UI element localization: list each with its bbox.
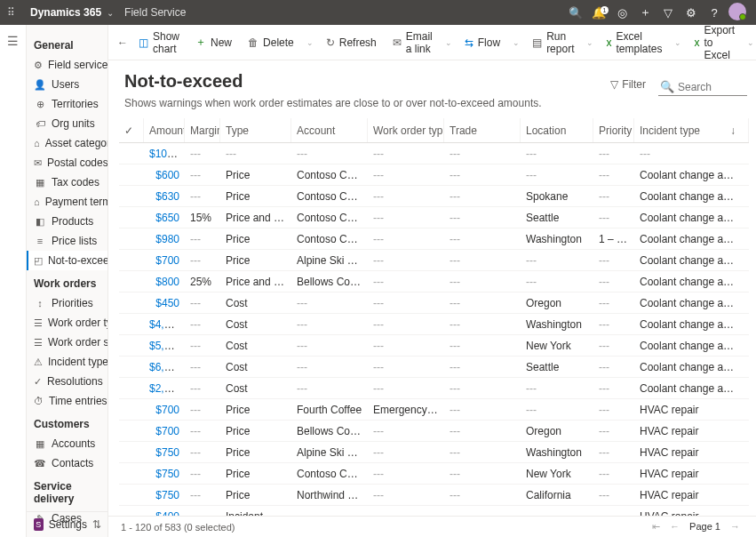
sidebar-item[interactable]: ⌂Payment terms bbox=[27, 192, 107, 212]
cell[interactable]: $650 bbox=[144, 212, 185, 224]
table-row[interactable]: $65015%Price and cost mar...Contoso Corp… bbox=[119, 207, 749, 228]
table-row[interactable]: $750---PriceNorthwind Traders------Calif… bbox=[119, 485, 749, 506]
table-row[interactable]: $750---PriceAlpine Ski House------Washin… bbox=[119, 442, 749, 463]
sidebar-item[interactable]: 🏷Org units bbox=[27, 114, 107, 133]
delete-button[interactable]: 🗑Delete bbox=[241, 33, 301, 52]
sidebar-item[interactable]: ◧Products bbox=[27, 212, 107, 231]
table-row[interactable]: $2,500---Cost---------------Coolant chan… bbox=[119, 378, 749, 399]
sidebar-item[interactable]: ▦Accounts bbox=[27, 434, 107, 453]
excel-templates-button[interactable]: xExcel templates bbox=[599, 27, 669, 59]
table-row[interactable]: $6,000---Cost---------Seattle---Coolant … bbox=[119, 357, 749, 378]
email-chevron-icon[interactable]: ⌄ bbox=[442, 38, 456, 47]
sidebar-item[interactable]: 👤Users bbox=[27, 75, 107, 94]
cell[interactable]: $10,000 bbox=[144, 148, 185, 160]
filter-button[interactable]: ▽Filter bbox=[610, 78, 646, 91]
delete-chevron-icon[interactable]: ⌄ bbox=[303, 38, 317, 47]
flow-button[interactable]: ⇆Flow bbox=[458, 33, 507, 52]
sidebar-item[interactable]: ▦Tax codes bbox=[27, 172, 107, 192]
export-excel-button[interactable]: xExport to Excel bbox=[687, 25, 742, 65]
sidebar-item[interactable]: ⌂Asset categories bbox=[27, 133, 107, 153]
table-row[interactable]: $80025%Price and cost mar...Bellows Coll… bbox=[119, 271, 749, 293]
cell[interactable]: $700 bbox=[144, 254, 185, 267]
refresh-button[interactable]: ↻Refresh bbox=[319, 33, 384, 52]
filter-icon[interactable]: ▽ bbox=[657, 6, 680, 20]
cell[interactable]: $750 bbox=[144, 446, 185, 459]
sidebar-item[interactable]: ☎Contacts bbox=[27, 453, 107, 473]
cell[interactable]: $980 bbox=[144, 233, 185, 245]
brand-label[interactable]: Dynamics 365 bbox=[30, 6, 101, 19]
cell[interactable]: $750 bbox=[144, 468, 185, 480]
target-icon[interactable]: ◎ bbox=[610, 6, 633, 20]
table-row[interactable]: $400---Incident---------------HVAC repai… bbox=[119, 506, 749, 516]
sidebar-item[interactable]: ☰Work order substatu... bbox=[27, 333, 107, 352]
col-work-order-type[interactable]: Work order type bbox=[368, 118, 444, 142]
cell[interactable]: $700 bbox=[144, 425, 185, 437]
col-account[interactable]: Account bbox=[291, 118, 368, 142]
report-chevron-icon[interactable]: ⌄ bbox=[583, 38, 597, 47]
table-row[interactable]: $450---Cost---------Oregon---Coolant cha… bbox=[119, 293, 749, 314]
new-button[interactable]: ＋New bbox=[188, 31, 239, 53]
run-report-button[interactable]: ▤Run report bbox=[525, 27, 581, 59]
email-link-button[interactable]: ✉Email a link bbox=[386, 27, 440, 59]
cell[interactable]: $450 bbox=[144, 297, 185, 309]
cell[interactable]: $630 bbox=[144, 190, 185, 203]
sidebar-item[interactable]: ⏱Time entries bbox=[27, 391, 107, 411]
back-button[interactable]: ← bbox=[117, 36, 128, 49]
table-row[interactable]: $750---PriceContoso Corp.------New York-… bbox=[119, 463, 749, 485]
search-box[interactable]: 🔍 bbox=[658, 78, 747, 96]
sidebar-item[interactable]: ↕Priorities bbox=[27, 293, 107, 313]
add-icon[interactable]: ＋ bbox=[633, 4, 657, 20]
first-page-icon[interactable]: ⇤ bbox=[652, 521, 660, 532]
user-avatar[interactable] bbox=[726, 3, 749, 23]
table-row[interactable]: $700---PriceFourth CoffeeEmergency repai… bbox=[119, 399, 749, 421]
col-priority[interactable]: Priority bbox=[593, 118, 634, 142]
cell[interactable]: $800 bbox=[144, 276, 185, 288]
col-amount[interactable]: Amount bbox=[144, 118, 185, 142]
table-row[interactable]: $980---PriceContoso Corp.------Washingto… bbox=[119, 228, 749, 250]
table-row[interactable]: $10,000------------------------ bbox=[119, 143, 749, 164]
col-incident-type[interactable]: Incident type↓ bbox=[634, 118, 749, 142]
table-row[interactable]: $700---PriceBellows College------Oregon-… bbox=[119, 421, 749, 442]
table-row[interactable]: $4,000---Cost---------Washington---Coola… bbox=[119, 314, 749, 335]
cell[interactable]: $700 bbox=[144, 404, 185, 416]
sidebar-item[interactable]: ≡Price lists bbox=[27, 231, 107, 251]
app-launcher-icon[interactable]: ⠿ bbox=[7, 6, 23, 19]
sidebar-item[interactable]: ⚙Field service settings bbox=[27, 55, 107, 75]
next-page-icon[interactable]: → bbox=[730, 521, 740, 532]
cell[interactable]: $600 bbox=[144, 169, 185, 181]
flow-chevron-icon[interactable]: ⌄ bbox=[509, 38, 523, 47]
col-trade[interactable]: Trade bbox=[444, 118, 521, 142]
templates-chevron-icon[interactable]: ⌄ bbox=[671, 38, 685, 47]
gear-icon[interactable]: ⚙ bbox=[680, 6, 703, 20]
cell[interactable]: $5,000 bbox=[144, 340, 185, 352]
cell[interactable]: $4,000 bbox=[144, 318, 185, 331]
app-name[interactable]: Field Service bbox=[124, 6, 186, 19]
sidebar-item[interactable]: ⚠Incident types bbox=[27, 352, 107, 372]
table-row[interactable]: $630---PriceContoso Corp.------Spokane--… bbox=[119, 186, 749, 207]
bell-icon[interactable]: 🔔1 bbox=[587, 6, 610, 20]
table-row[interactable]: $5,000---Cost---------New York---Coolant… bbox=[119, 335, 749, 357]
table-row[interactable]: $700---PriceAlpine Ski House------------… bbox=[119, 250, 749, 271]
cell[interactable]: $2,500 bbox=[144, 382, 185, 395]
col-margin[interactable]: Margin bbox=[185, 118, 220, 142]
sidebar-settings[interactable]: S Settings ⇅ bbox=[27, 512, 108, 537]
col-type[interactable]: Type bbox=[220, 118, 291, 142]
help-icon[interactable]: ? bbox=[703, 6, 726, 20]
pager[interactable]: ⇤ ← Page 1 → bbox=[649, 521, 744, 533]
table-row[interactable]: $600---PriceContoso Corp.------------Coo… bbox=[119, 164, 749, 186]
cell[interactable]: $750 bbox=[144, 489, 185, 501]
export-chevron-icon[interactable]: ⌄ bbox=[744, 38, 756, 47]
cell[interactable]: $6,000 bbox=[144, 361, 185, 373]
show-chart-button[interactable]: ◫Show chart bbox=[131, 27, 187, 59]
hamburger-icon[interactable]: ☰ bbox=[7, 34, 19, 48]
sidebar-item[interactable]: ☰Work order types bbox=[27, 313, 107, 333]
select-all-checkbox[interactable]: ✓ bbox=[119, 118, 144, 142]
sidebar-item[interactable]: ✉Postal codes bbox=[27, 153, 107, 172]
sidebar-item[interactable]: ⊕Territories bbox=[27, 94, 107, 114]
search-icon[interactable]: 🔍 bbox=[564, 6, 587, 20]
brand-chevron-icon[interactable]: ⌄ bbox=[107, 8, 114, 18]
search-input[interactable] bbox=[678, 81, 740, 93]
sidebar-item[interactable]: ✓Resolutions bbox=[27, 372, 107, 391]
sidebar-item[interactable]: ◰Not-to-exceed bbox=[27, 251, 107, 270]
prev-page-icon[interactable]: ← bbox=[670, 521, 680, 532]
